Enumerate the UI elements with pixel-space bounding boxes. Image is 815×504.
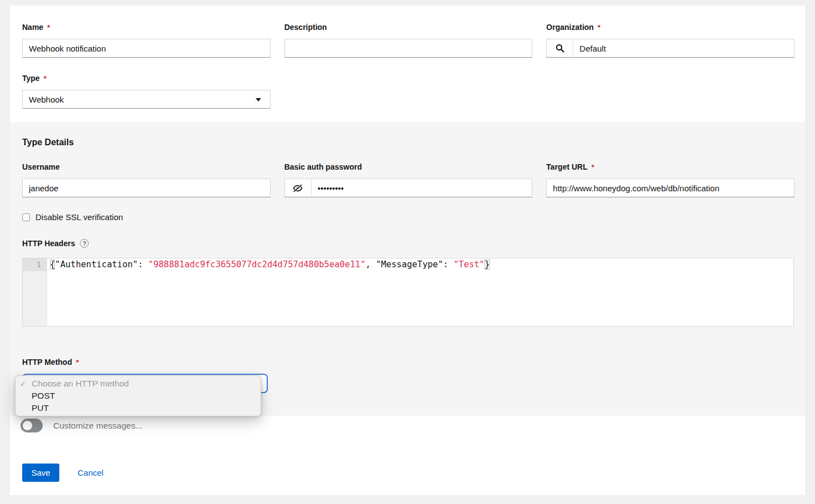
username-label: Username [22, 163, 271, 171]
dropdown-option-post[interactable]: POST [16, 390, 261, 402]
type-details-heading: Type Details [22, 137, 794, 147]
open-brace-token: { [50, 259, 55, 269]
type-field: Type * Webhook [22, 74, 271, 109]
basic-auth-password-input[interactable] [311, 179, 533, 197]
customize-messages-row: Customize messages... [22, 419, 794, 432]
http-headers-label-row: HTTP Headers ? [22, 239, 794, 248]
description-field: Description [284, 23, 533, 58]
type-label: Type * [22, 74, 271, 83]
name-input[interactable] [22, 39, 271, 58]
organization-search-button[interactable] [546, 39, 573, 58]
separator-token: : [138, 259, 149, 269]
disable-ssl-row: Disable SSL verification [22, 213, 794, 221]
caret-down-icon [256, 98, 261, 101]
http-method-label: HTTP Method * [22, 358, 794, 366]
target-url-label: Target URL * [546, 163, 794, 171]
string-value-token: "Test" [454, 259, 485, 269]
basic-auth-password-label: Basic auth password [284, 163, 533, 171]
basic-auth-password-field: Basic auth password [284, 163, 533, 197]
key-token: "Authentication" [55, 259, 137, 269]
http-method-dropdown: ✓ Choose an HTTP method POST PUT [15, 375, 261, 416]
http-headers-label: HTTP Headers [22, 240, 75, 248]
comma-token: , [365, 259, 376, 269]
http-method-field: HTTP Method * ✓ Choose an HTTP method PO… [22, 358, 794, 393]
organization-field: Organization * [546, 23, 794, 58]
required-asterisk: * [47, 23, 50, 32]
form-footer-section: Customize messages... Save Cancel [10, 416, 805, 495]
line-number: 1 [23, 258, 47, 271]
dropdown-option-placeholder[interactable]: ✓ Choose an HTTP method [16, 378, 261, 390]
string-value-token: "988881adc9fc3655077dc2d4d757d480b5ea0e1… [148, 259, 365, 269]
customize-messages-toggle[interactable] [21, 419, 43, 432]
http-headers-editor[interactable]: 1 {"Authentication": "988881adc9fc365507… [22, 258, 794, 327]
required-asterisk: * [598, 23, 600, 32]
cancel-button[interactable]: Cancel [78, 468, 104, 477]
target-url-input[interactable] [546, 179, 794, 197]
description-input[interactable] [284, 39, 533, 58]
customize-messages-label: Customize messages... [53, 421, 142, 431]
type-select[interactable]: Webhook [22, 90, 271, 109]
name-label: Name * [22, 23, 271, 32]
username-input[interactable] [22, 179, 271, 197]
eye-slash-icon [293, 184, 303, 192]
http-headers-code[interactable]: {"Authentication": "988881adc9fc3655077d… [47, 258, 793, 326]
name-field: Name * [22, 23, 271, 58]
target-url-field: Target URL * [546, 163, 794, 197]
required-asterisk: * [44, 74, 47, 83]
help-icon[interactable]: ? [80, 239, 89, 248]
required-asterisk: * [76, 358, 79, 366]
disable-ssl-label: Disable SSL verification [35, 212, 123, 222]
dropdown-option-put[interactable]: PUT [16, 402, 261, 414]
organization-input[interactable] [573, 39, 794, 58]
save-button[interactable]: Save [22, 464, 59, 482]
general-fields-section: Name * Description Organization * [10, 6, 805, 122]
username-field: Username [22, 163, 271, 197]
form-actions: Save Cancel [22, 464, 794, 482]
key-token: "MessageType" [376, 259, 443, 269]
toggle-knob [23, 421, 32, 430]
editor-line-number-gutter: 1 [23, 258, 47, 326]
checkmark-icon: ✓ [20, 380, 32, 388]
search-icon [556, 44, 564, 53]
notification-form-card: Name * Description Organization * [10, 6, 805, 495]
separator-token: : [443, 259, 454, 269]
required-asterisk: * [592, 163, 594, 171]
type-details-section: Type Details Username Basic auth passwor… [10, 122, 805, 416]
disable-ssl-checkbox[interactable] [22, 213, 30, 221]
type-select-value: Webhook [29, 95, 64, 104]
description-label: Description [284, 23, 533, 32]
password-visibility-button[interactable] [284, 179, 311, 197]
close-brace-token: } [485, 259, 490, 269]
organization-label: Organization * [546, 23, 794, 32]
